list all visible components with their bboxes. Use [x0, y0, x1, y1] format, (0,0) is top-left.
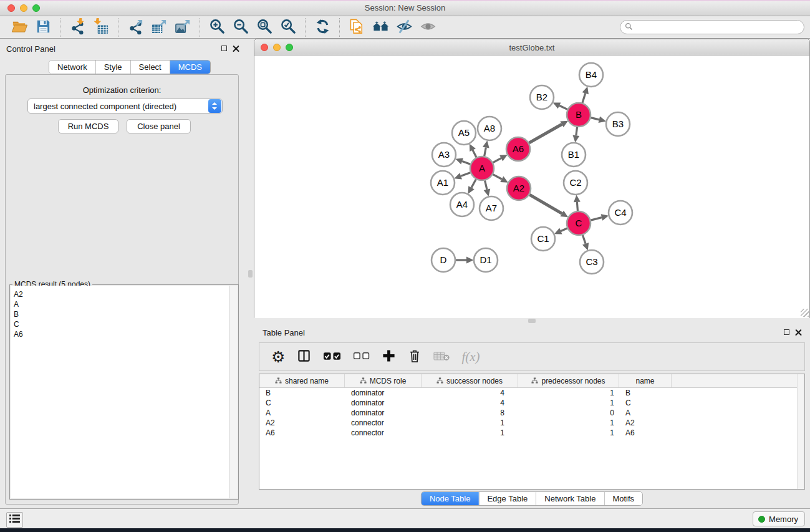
float-panel-icon[interactable] — [221, 46, 227, 51]
graph-edge-A-A6[interactable] — [493, 158, 501, 163]
close-table-panel-icon[interactable] — [795, 329, 802, 336]
resize-grip[interactable] — [801, 309, 809, 317]
open-session-button[interactable] — [9, 17, 30, 37]
zoom-out-button[interactable] — [230, 17, 251, 37]
graph-edge-B-B1[interactable] — [576, 127, 577, 135]
memory-button[interactable]: Memory — [753, 511, 805, 526]
refresh-layout-button[interactable] — [312, 17, 333, 37]
network-canvas[interactable]: AA1A2A3A4A5A6A7A8BB1B2B3B4CC1C2C3C4DD1 — [254, 56, 809, 318]
table-cell[interactable]: 1 — [518, 399, 619, 407]
table-cell[interactable]: C — [619, 399, 672, 407]
tab-network[interactable]: Network — [49, 60, 95, 74]
table-cell[interactable]: 0 — [518, 409, 619, 417]
table-cell[interactable]: B — [259, 389, 345, 397]
mcds-result-item[interactable]: A2 — [14, 289, 229, 299]
graph-edge-B-B4[interactable] — [582, 94, 586, 103]
table-cell[interactable]: A — [259, 409, 345, 417]
table-cell[interactable]: 1 — [518, 389, 619, 397]
graph-edge-C-C4[interactable] — [591, 218, 602, 220]
table-cell[interactable]: dominator — [345, 409, 422, 417]
graph-edge-C-C1[interactable] — [561, 228, 567, 231]
column-header-MCDS-role[interactable]: MCDS role — [345, 374, 422, 387]
table-cell[interactable]: 8 — [422, 409, 518, 417]
table-cell[interactable]: 1 — [518, 428, 619, 437]
mcds-result-item[interactable]: C — [14, 319, 229, 329]
delete-column-button[interactable] — [406, 346, 423, 368]
column-settings-button[interactable]: ⚙ — [269, 346, 287, 368]
result-scrollbar[interactable] — [229, 286, 238, 498]
column-header-successor-nodes[interactable]: successor nodes — [422, 374, 518, 387]
run-mcds-button[interactable]: Run MCDS — [58, 119, 118, 133]
table-cell[interactable]: 1 — [518, 418, 619, 427]
mcds-result-item[interactable]: A — [14, 299, 229, 309]
table-cell[interactable]: 1 — [422, 418, 518, 427]
deselect-all-columns-button[interactable] — [351, 346, 372, 368]
tab-motifs[interactable]: Motifs — [604, 492, 642, 505]
mcds-result-item[interactable]: B — [14, 309, 229, 319]
tab-style[interactable]: Style — [95, 60, 130, 74]
graph-edge-A-A8[interactable] — [485, 147, 486, 156]
mcds-result-item[interactable]: A6 — [14, 329, 229, 339]
table-cell[interactable]: A2 — [259, 418, 345, 427]
table-cell[interactable]: connector — [345, 418, 422, 427]
column-header-name[interactable]: name — [619, 374, 672, 387]
search-input[interactable] — [635, 23, 804, 32]
zoom-in-button[interactable] — [206, 17, 228, 37]
table-scrollbar[interactable] — [797, 374, 804, 489]
graph-edge-A-A7[interactable] — [485, 180, 487, 189]
graph-edge-B-B3[interactable] — [591, 118, 599, 120]
float-table-panel-icon[interactable] — [784, 329, 789, 335]
table-cell[interactable]: 1 — [422, 428, 518, 437]
graph-edge-A6-B[interactable] — [529, 124, 562, 143]
export-image-button[interactable] — [172, 17, 193, 37]
new-network-from-file-button[interactable] — [346, 17, 367, 37]
save-session-button[interactable] — [32, 17, 54, 37]
hide-selected-button[interactable] — [393, 17, 415, 37]
graph-edge-A-A2[interactable] — [493, 175, 502, 180]
tab-select[interactable]: Select — [130, 60, 170, 74]
import-table-button[interactable] — [90, 17, 112, 37]
export-table-button[interactable] — [148, 17, 170, 37]
create-column-button[interactable] — [380, 346, 398, 368]
first-neighbors-button[interactable] — [370, 17, 391, 37]
select-all-columns-button[interactable] — [321, 346, 343, 368]
table-cell[interactable]: A2 — [619, 418, 672, 427]
show-all-button[interactable] — [417, 17, 438, 37]
tab-edge-table[interactable]: Edge Table — [478, 492, 536, 505]
graph-edge-A-A3[interactable] — [462, 162, 470, 165]
graph-edge-C-C3[interactable] — [582, 235, 586, 244]
table-cell[interactable]: B — [619, 389, 672, 397]
table-cell[interactable]: 4 — [422, 389, 518, 397]
table-cell[interactable]: 4 — [422, 399, 518, 407]
graph-edge-B-B2[interactable] — [559, 105, 567, 109]
column-header-shared-name[interactable]: shared name — [259, 374, 345, 387]
vertical-splitter-handle[interactable] — [248, 270, 253, 278]
tab-mcds[interactable]: MCDS — [170, 60, 210, 74]
zoom-selected-button[interactable] — [277, 17, 299, 37]
import-network-button[interactable] — [67, 17, 88, 37]
graph-edge-A-A5[interactable] — [473, 150, 476, 158]
table-cell[interactable]: A — [619, 409, 672, 417]
task-history-button[interactable] — [6, 512, 23, 528]
table-cell[interactable]: dominator — [345, 389, 422, 397]
optimization-criterion-select[interactable]: largest connected component (directed) — [27, 99, 223, 114]
close-panel-button[interactable]: Close panel — [127, 119, 191, 133]
table-cell[interactable]: A6 — [619, 428, 672, 437]
horizontal-splitter-handle[interactable] — [528, 319, 536, 323]
search-field[interactable] — [620, 20, 804, 34]
column-header-predecessor-nodes[interactable]: predecessor nodes — [518, 374, 619, 387]
tab-node-table[interactable]: Node Table — [422, 492, 479, 505]
close-panel-icon[interactable] — [233, 45, 239, 52]
show-columns-button[interactable] — [295, 346, 313, 368]
table-cell[interactable]: A6 — [259, 428, 345, 437]
table-cell[interactable]: C — [259, 399, 345, 407]
graph-edge-A-A4[interactable] — [471, 180, 476, 188]
graph-edge-A-A1[interactable] — [461, 173, 470, 177]
graph-edge-A2-C[interactable] — [529, 195, 562, 213]
tab-network-table[interactable]: Network Table — [536, 492, 604, 505]
export-network-button[interactable] — [125, 17, 146, 37]
graph-edge-C-C2[interactable] — [577, 202, 577, 211]
zoom-fit-button[interactable] — [254, 17, 275, 37]
table-cell[interactable]: connector — [345, 428, 422, 437]
table-cell[interactable]: dominator — [345, 399, 422, 407]
